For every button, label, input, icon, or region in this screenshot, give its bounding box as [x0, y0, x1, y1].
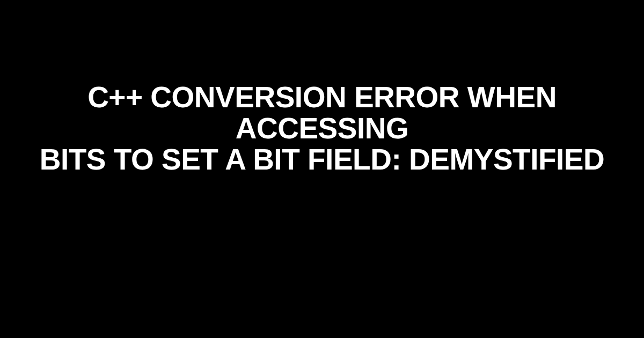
page-title: C++ CONVERSION ERROR WHEN ACCESSING BITS… [27, 82, 617, 175]
title-container: C++ CONVERSION ERROR WHEN ACCESSING BITS… [0, 82, 644, 175]
title-line-2: BITS TO SET A BIT FIELD: DEMYSTIFIED [40, 143, 605, 176]
title-line-1: C++ CONVERSION ERROR WHEN ACCESSING [87, 80, 557, 145]
